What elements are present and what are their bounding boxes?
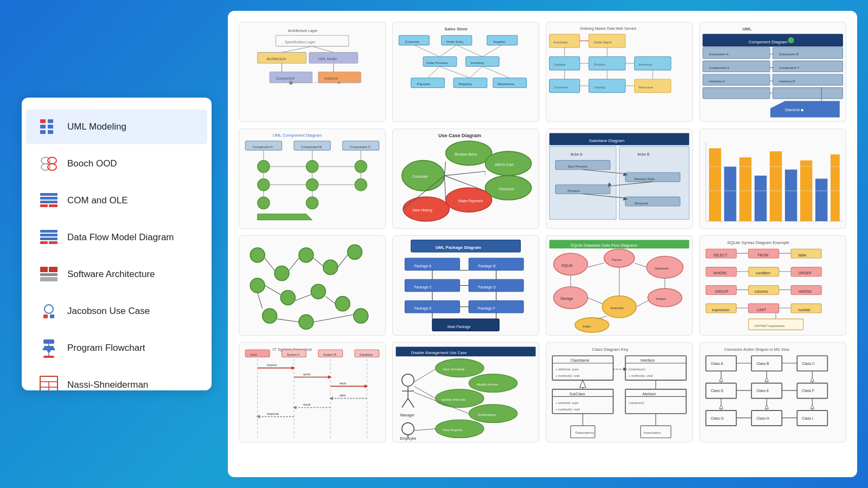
diagram-card-1[interactable]: Architecture Layer Specification Layer A… xyxy=(239,22,386,122)
sidebar-item-nassi-shneiderman[interactable]: Nassi-Shneiderman xyxy=(26,368,207,390)
svg-line-375 xyxy=(414,369,435,382)
svg-rect-125 xyxy=(703,88,770,99)
svg-text:System A: System A xyxy=(286,353,299,356)
diagram-card-6[interactable]: Use Case Diagram Customer Browse Items A… xyxy=(392,129,539,229)
svg-text:Class Diagram Key: Class Diagram Key xyxy=(592,347,628,352)
sidebar-item-booch-ood[interactable]: Booch OOD xyxy=(26,146,207,181)
svg-text:Payment: Payment xyxy=(417,82,431,86)
svg-text:Package B: Package B xyxy=(478,264,496,268)
diagram-card-7[interactable]: Swimlane Diagram Actor A Actor B Start P… xyxy=(546,129,693,229)
svg-text:Employee: Employee xyxy=(400,436,416,441)
svg-line-280 xyxy=(635,263,647,267)
svg-text:Ordering Master Data Web Servi: Ordering Master Data Web Service xyxy=(580,27,637,31)
svg-point-151 xyxy=(355,179,367,191)
sidebar-item-software-architecture[interactable]: Software Architecture xyxy=(26,257,207,292)
sidebar-item-data-flow-model-label: Data Flow Model Diagram xyxy=(67,232,174,243)
svg-line-79 xyxy=(439,66,470,78)
svg-text:View Reports: View Reports xyxy=(443,428,463,432)
svg-rect-328 xyxy=(245,350,270,357)
diagram-card-15[interactable]: Class Diagram Key ClassName + attribute:… xyxy=(546,342,693,442)
svg-text:Use Case Diagram: Use Case Diagram xyxy=(438,133,481,138)
svg-line-74 xyxy=(414,45,439,56)
svg-rect-22 xyxy=(40,273,58,276)
svg-rect-21 xyxy=(49,267,58,272)
diagram-card-9[interactable] xyxy=(239,235,386,336)
sidebar-item-jacobson-use-case[interactable]: Jacobson Use Case xyxy=(26,294,207,329)
svg-text:Update Records: Update Records xyxy=(442,397,466,401)
svg-text:Purchase: Purchase xyxy=(553,40,568,44)
svg-text:Order Entry: Order Entry xyxy=(446,40,464,43)
data-flow-model-icon xyxy=(39,228,59,247)
svg-rect-1 xyxy=(40,125,46,129)
svg-text:Resource: Resource xyxy=(639,85,653,89)
svg-text:query: query xyxy=(303,373,311,376)
program-flowchart-icon xyxy=(39,338,59,358)
svg-rect-2 xyxy=(40,130,46,134)
svg-text:ORDER: ORDER xyxy=(799,271,812,275)
svg-marker-349 xyxy=(293,406,297,409)
svg-text:Process: Process xyxy=(567,189,579,192)
svg-text:SubClass: SubClass xyxy=(570,392,585,396)
svg-point-223 xyxy=(311,284,326,299)
svg-rect-208 xyxy=(770,151,782,221)
diagram-card-2[interactable]: Sales Store Customer Order Entry Supplie… xyxy=(392,22,539,122)
svg-rect-4 xyxy=(48,125,53,129)
svg-text:Dependency: Dependency xyxy=(576,431,595,434)
svg-text:expression: expression xyxy=(712,308,730,312)
diagram-card-5[interactable]: UML Component Diagram Component A Compon… xyxy=(239,129,386,229)
sidebar-item-data-flow-model[interactable]: Data Flow Model Diagram xyxy=(26,220,207,255)
svg-text:〈〈interface〉〉: 〈〈interface〉〉 xyxy=(628,367,646,371)
svg-text:System B: System B xyxy=(323,353,336,356)
diagram-card-3[interactable]: Ordering Master Data Web Service Purchas… xyxy=(546,22,693,122)
svg-text:Connector Action Shapes in MS : Connector Action Shapes in MS Visio xyxy=(724,347,789,352)
diagram-card-10[interactable]: UML Package Diagram Package A Package B … xyxy=(392,235,539,336)
svg-text:UML Model: UML Model xyxy=(318,57,337,61)
svg-rect-23 xyxy=(40,277,58,281)
svg-rect-5 xyxy=(48,130,53,134)
svg-line-229 xyxy=(289,258,299,270)
svg-point-219 xyxy=(323,260,338,274)
svg-marker-346 xyxy=(329,396,333,400)
svg-text:Subsystem B: Subsystem B xyxy=(779,52,799,56)
svg-rect-12 xyxy=(40,201,58,203)
svg-point-145 xyxy=(306,160,318,172)
diagram-card-4[interactable]: UML Component Diagram Subsystem A Subsys… xyxy=(699,22,846,122)
sidebar-item-uml-modeling[interactable]: UML Modeling xyxy=(26,110,207,144)
diagram-card-8[interactable] xyxy=(699,129,846,229)
svg-marker-442 xyxy=(765,378,769,382)
svg-point-226 xyxy=(299,314,314,329)
svg-point-221 xyxy=(250,278,265,293)
diagram-card-14[interactable]: Disable Management Use Case Manager Empl… xyxy=(392,342,539,442)
svg-text:Instance: Instance xyxy=(324,76,339,80)
svg-point-55 xyxy=(289,81,293,85)
svg-text:+ attribute: type: + attribute: type xyxy=(556,367,579,371)
svg-rect-205 xyxy=(724,166,736,221)
svg-text:UML Package Diagram: UML Package Diagram xyxy=(435,245,481,250)
svg-point-24 xyxy=(44,305,53,313)
svg-line-234 xyxy=(326,297,335,304)
svg-text:Subsystem A: Subsystem A xyxy=(709,52,729,56)
svg-text:Manager: Manager xyxy=(400,413,414,418)
svg-point-216 xyxy=(250,248,265,262)
diagram-card-13[interactable]: IT System Sequence Actor System A System… xyxy=(239,342,386,442)
svg-text:Customer: Customer xyxy=(553,85,568,89)
svg-text:Interface B: Interface B xyxy=(779,79,795,83)
svg-rect-242 xyxy=(469,258,524,270)
svg-text:Inventory: Inventory xyxy=(639,62,653,66)
svg-text:ClassName: ClassName xyxy=(571,358,590,362)
sidebar-item-com-and-ole[interactable]: COM and OLE xyxy=(26,183,207,218)
diagram-card-16[interactable]: Connector Action Shapes in MS Visio Clas… xyxy=(699,342,846,442)
svg-text:SQLite Database Data Flow Diag: SQLite Database Data Flow Diagrams xyxy=(571,243,638,248)
svg-text:UML Component Diagram: UML Component Diagram xyxy=(273,133,322,138)
svg-line-232 xyxy=(265,286,280,295)
svg-point-217 xyxy=(275,266,289,281)
sidebar-item-uml-modeling-label: UML Modeling xyxy=(67,121,126,132)
svg-line-360 xyxy=(408,399,414,408)
svg-rect-13 xyxy=(40,204,48,207)
svg-marker-400 xyxy=(580,380,586,387)
diagram-card-12[interactable]: SQLite Syntax Diagram Example SELECT FRO… xyxy=(699,235,846,336)
svg-text:Make Payment: Make Payment xyxy=(458,199,483,203)
diagram-card-11[interactable]: SQLite Database Data Flow Diagrams SQLit… xyxy=(546,235,693,336)
svg-text:Component Diagram: Component Diagram xyxy=(749,40,788,44)
sidebar-item-program-flowchart[interactable]: Program Flowchart xyxy=(26,331,207,365)
